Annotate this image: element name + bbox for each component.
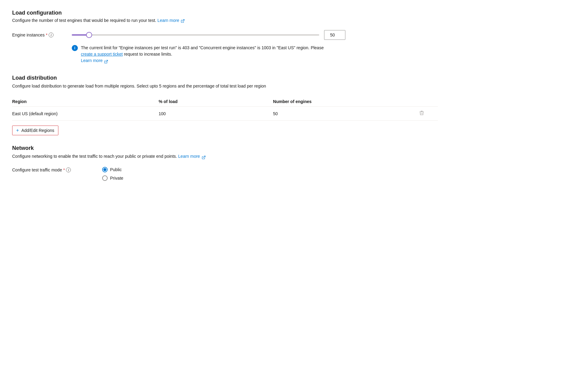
info-circle-icon: i xyxy=(72,45,78,51)
engine-instances-info-box: i The current limit for "Engine instance… xyxy=(72,45,333,64)
region-name-cell: East US (default region) xyxy=(12,107,159,121)
engine-instances-slider-container xyxy=(72,30,345,40)
regions-table: Region % of load Number of engines East … xyxy=(12,97,438,121)
load-config-learn-more-link[interactable]: Learn more xyxy=(157,18,185,23)
add-edit-regions-label: Add/Edit Regions xyxy=(21,128,54,133)
network-title: Network xyxy=(12,145,576,151)
radio-private-indicator[interactable] xyxy=(102,175,108,181)
traffic-mode-required: * xyxy=(63,167,65,172)
add-edit-regions-button[interactable]: + Add/Edit Regions xyxy=(12,126,58,135)
load-configuration-section: Load configuration Configure the number … xyxy=(12,10,576,64)
col-header-engines: Number of engines xyxy=(273,97,410,107)
load-config-title: Load configuration xyxy=(12,10,576,16)
radio-option-public[interactable]: Public xyxy=(102,167,123,172)
engine-instances-info-icon[interactable]: i xyxy=(49,33,54,37)
radio-public-indicator[interactable] xyxy=(102,167,108,172)
engine-instances-info-text: The current limit for "Engine instances … xyxy=(81,45,333,64)
traffic-mode-options: Public Private xyxy=(102,167,123,181)
delete-row-cell xyxy=(410,107,438,121)
plus-icon: + xyxy=(16,128,19,133)
engine-instances-slider-track[interactable] xyxy=(72,34,319,36)
info-box-external-icon xyxy=(104,59,108,63)
traffic-mode-info-icon[interactable]: i xyxy=(66,167,71,172)
network-learn-more-link[interactable]: Learn more xyxy=(178,154,205,159)
network-section: Network Configure networking to enable t… xyxy=(12,145,576,181)
external-link-icon xyxy=(181,19,185,22)
load-dist-title: Load distribution xyxy=(12,75,576,81)
load-percent-cell: 100 xyxy=(159,107,273,121)
network-external-icon xyxy=(202,155,206,158)
col-header-region: Region xyxy=(12,97,159,107)
info-box-learn-more-link[interactable]: Learn more xyxy=(81,58,108,63)
regions-table-header-row: Region % of load Number of engines xyxy=(12,97,438,107)
engine-instances-slider-thumb[interactable] xyxy=(86,32,92,38)
load-config-desc: Configure the number of test engines tha… xyxy=(12,18,576,23)
load-dist-desc: Configure load distribution to generate … xyxy=(12,83,286,89)
radio-option-private[interactable]: Private xyxy=(102,175,123,181)
load-distribution-section: Load distribution Configure load distrib… xyxy=(12,75,576,145)
required-indicator: * xyxy=(46,33,47,37)
engines-count-cell: 50 xyxy=(273,107,410,121)
col-header-action xyxy=(410,97,438,107)
traffic-mode-field-row: Configure test traffic mode * i Public P… xyxy=(12,167,576,181)
create-support-ticket-link[interactable]: create a support ticket xyxy=(81,52,123,57)
network-desc: Configure networking to enable the test … xyxy=(12,153,316,160)
radio-public-label: Public xyxy=(110,167,122,172)
traffic-mode-label: Configure test traffic mode * i xyxy=(12,167,97,172)
delete-row-icon[interactable] xyxy=(419,110,424,116)
engine-instances-value-input[interactable] xyxy=(324,30,345,40)
engine-instances-row: Engine instances * i xyxy=(12,30,576,40)
engine-instances-label: Engine instances * i xyxy=(12,33,67,37)
radio-private-label: Private xyxy=(110,176,123,181)
col-header-load: % of load xyxy=(159,97,273,107)
table-row: East US (default region) 100 50 xyxy=(12,107,438,121)
